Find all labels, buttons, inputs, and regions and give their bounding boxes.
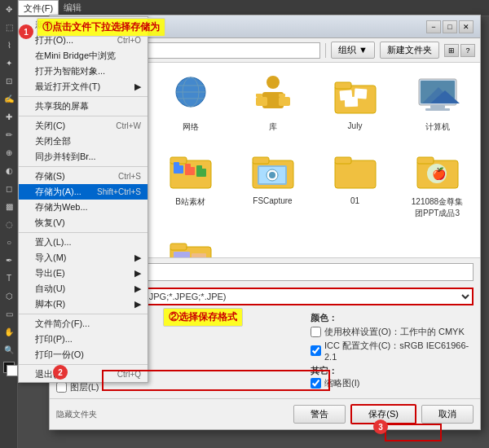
tool-move[interactable]: ✥ bbox=[0, 0, 18, 18]
menu-save-web[interactable]: 存储为Web... bbox=[19, 200, 148, 215]
tool-brush[interactable]: ✏ bbox=[0, 125, 18, 143]
menu-file-info[interactable]: 文件简介(F)... bbox=[19, 316, 148, 332]
view-icon[interactable]: ⊞ bbox=[444, 44, 459, 57]
svg-rect-37 bbox=[335, 157, 351, 164]
menu-save[interactable]: 存储(S) Ctrl+S bbox=[19, 169, 148, 184]
tool-shape[interactable]: ▭ bbox=[0, 305, 18, 323]
opt-thumbnail[interactable]: 缩略图(I) bbox=[311, 377, 474, 389]
new-folder-button[interactable]: 新建文件夹 bbox=[380, 42, 439, 59]
svg-rect-43 bbox=[170, 244, 187, 250]
tool-type[interactable]: T bbox=[0, 269, 18, 287]
svg-rect-8 bbox=[256, 94, 262, 97]
warn-button[interactable]: 警告 bbox=[293, 405, 346, 424]
opt-use-proof[interactable]: 使用校样设置(O)：工作中的 CMYK bbox=[311, 326, 474, 338]
menu-mini-bridge[interactable]: 在Mini Bridge中浏览 bbox=[19, 48, 148, 64]
file-item-computer[interactable]: 计算机 bbox=[399, 68, 475, 136]
filetype-select[interactable]: JPEG (*.JPG;*.JPEG;*.JPE) bbox=[106, 288, 474, 305]
mediainfo-folder-icon bbox=[167, 235, 214, 257]
network-icon bbox=[168, 74, 214, 116]
menu-open-smart[interactable]: 打开为智能对象... bbox=[19, 64, 148, 79]
menu-divider-3 bbox=[19, 166, 148, 167]
tool-pen[interactable]: ✒ bbox=[0, 251, 18, 269]
menu-divider-2 bbox=[19, 116, 148, 116]
tool-path[interactable]: ⬡ bbox=[0, 287, 18, 305]
menu-print-one[interactable]: 打印一份(O) bbox=[19, 347, 148, 362]
menu-share[interactable]: 共享我的屏幕 bbox=[19, 99, 148, 114]
opt-icc[interactable]: ICC 配置文件(C)：sRGB IEC61966-2.1 bbox=[311, 340, 474, 362]
file-item-01[interactable]: 01 bbox=[317, 143, 393, 222]
tool-magic[interactable]: ✦ bbox=[0, 54, 18, 72]
menu-automate[interactable]: 自动(U) ▶ bbox=[19, 281, 148, 296]
svg-rect-29 bbox=[196, 165, 202, 170]
menu-export[interactable]: 导出(E) ▶ bbox=[19, 266, 148, 281]
tool-gradient[interactable]: ▩ bbox=[0, 197, 18, 215]
organize-button[interactable]: 组织 ▼ bbox=[331, 42, 375, 59]
tool-fg-color[interactable] bbox=[3, 362, 15, 373]
menu-print[interactable]: 打印(P)... bbox=[19, 332, 148, 347]
menu-exit[interactable]: 退出(X) Ctrl+Q bbox=[19, 367, 148, 382]
01-folder-icon bbox=[332, 149, 379, 191]
fscapture-label: FSCapture bbox=[253, 196, 292, 205]
maximize-button[interactable]: □ bbox=[443, 20, 457, 33]
menu-revert[interactable]: 恢复(V) bbox=[19, 215, 148, 231]
file-item-fscapture[interactable]: FSCapture bbox=[235, 143, 311, 222]
dialog-buttons: 隐藏文件夹 警告 保存(S) 取消 bbox=[50, 398, 480, 429]
file-item-library[interactable]: 库 bbox=[235, 68, 311, 136]
menu-sync-bridge[interactable]: 同步并转到Br... bbox=[19, 149, 148, 165]
tool-crop[interactable]: ⊡ bbox=[0, 72, 18, 90]
tool-eraser[interactable]: ◻ bbox=[0, 179, 18, 197]
tool-dodge[interactable]: ○ bbox=[0, 233, 18, 251]
menu-select[interactable] bbox=[106, 0, 116, 15]
menu-recent[interactable]: 最近打开文件(T) ▶ bbox=[19, 79, 148, 94]
file-item-mediainfo[interactable]: MediaInfo bbox=[152, 229, 228, 257]
menu-scripts[interactable]: 脚本(R) ▶ bbox=[19, 296, 148, 312]
file-grid: 网络 bbox=[148, 63, 480, 257]
opt-layers-checkbox[interactable] bbox=[56, 382, 67, 393]
menu-image[interactable] bbox=[86, 0, 96, 15]
annotation-1-circle: 1 bbox=[19, 24, 33, 39]
tool-hand[interactable]: ✋ bbox=[0, 323, 18, 340]
menu-layer[interactable] bbox=[96, 0, 106, 15]
opt-layers[interactable]: 图层(L) bbox=[56, 381, 304, 393]
svg-rect-31 bbox=[253, 157, 269, 164]
menu-close[interactable]: 关闭(C) Ctrl+W bbox=[19, 118, 148, 134]
file-item-july[interactable]: July bbox=[317, 68, 393, 136]
svg-rect-9 bbox=[279, 97, 290, 106]
menu-close-all[interactable]: 关闭全部 bbox=[19, 134, 148, 149]
hide-folders-btn[interactable]: 隐藏文件夹 bbox=[56, 409, 97, 420]
tool-history[interactable]: ◐ bbox=[0, 161, 18, 179]
tool-select[interactable]: ⬚ bbox=[0, 18, 18, 36]
menu-edit[interactable]: 编辑 bbox=[59, 0, 86, 15]
tool-lasso[interactable]: ⌇ bbox=[0, 36, 18, 54]
svg-rect-10 bbox=[279, 94, 285, 97]
menu-file[interactable]: 文件(F) bbox=[18, 0, 59, 15]
tool-heal[interactable]: ✚ bbox=[0, 108, 18, 125]
bsite-folder-icon bbox=[167, 149, 214, 191]
close-button[interactable]: ✕ bbox=[459, 20, 474, 33]
tool-clone[interactable]: ⊕ bbox=[0, 143, 18, 161]
opt-thumbnail-checkbox[interactable] bbox=[311, 378, 321, 389]
opt-proof-checkbox[interactable] bbox=[311, 327, 321, 337]
annotation-2-circle: 2 bbox=[53, 365, 68, 380]
july-label: July bbox=[348, 121, 363, 130]
tool-zoom[interactable]: 🔍 bbox=[0, 340, 18, 358]
menu-divider-1 bbox=[19, 96, 148, 97]
menu-save-as[interactable]: 存储为(A)... Shift+Ctrl+S bbox=[19, 184, 148, 200]
file-item-bsite[interactable]: B站素材 bbox=[152, 143, 228, 222]
library-icon bbox=[249, 74, 297, 116]
network-label: 网络 bbox=[183, 121, 199, 133]
menu-place[interactable]: 置入(L)... bbox=[19, 235, 148, 250]
menu-filter[interactable] bbox=[116, 0, 126, 15]
opt-icc-checkbox[interactable] bbox=[311, 345, 321, 356]
menu-import[interactable]: 导入(M) ▶ bbox=[19, 250, 148, 266]
tool-blur[interactable]: ◌ bbox=[0, 215, 18, 233]
filename-input[interactable] bbox=[106, 263, 474, 281]
file-item-ppt[interactable]: 🍎 121088金尊集团PPT成品3 bbox=[399, 143, 475, 222]
cancel-button[interactable]: 取消 bbox=[421, 405, 474, 424]
file-item-network[interactable]: 网络 bbox=[152, 68, 228, 136]
svg-rect-21 bbox=[425, 108, 450, 111]
minimize-button[interactable]: − bbox=[426, 20, 441, 33]
help-icon[interactable]: ? bbox=[460, 44, 475, 57]
tool-eyedrop[interactable]: ✍ bbox=[0, 90, 18, 108]
color-options-col: 颜色： 使用校样设置(O)：工作中的 CMYK ICC 配置文件(C)：sRGB… bbox=[311, 312, 474, 393]
